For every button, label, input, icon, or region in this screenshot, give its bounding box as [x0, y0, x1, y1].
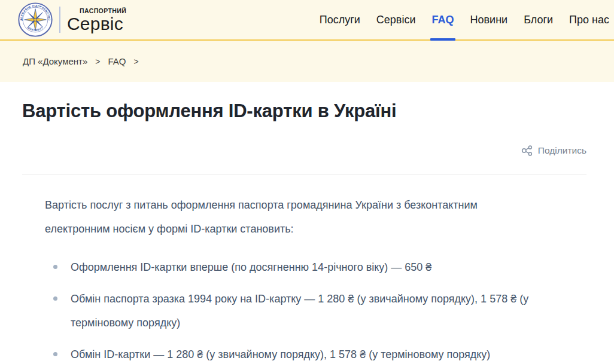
brand-name-bottom: Сервіс — [67, 14, 123, 34]
price-list-item: Обмін паспорта зразка 1994 року на ID-ка… — [22, 287, 546, 335]
main-content: Вартість оформлення ID-картки в Україні … — [0, 100, 614, 364]
nav-item-novyny[interactable]: Новини — [470, 0, 508, 39]
share-button[interactable]: Поділитись — [521, 145, 586, 157]
nav-item-pro-nas[interactable]: Про нас — [569, 0, 609, 39]
share-row: Поділитись — [22, 145, 586, 157]
price-list-item: Обмін ID-картки — 1 280 ₴ (у звичайному … — [22, 342, 546, 364]
brand-name: ПАСПОРТНИЙ Сервіс — [67, 5, 127, 34]
breadcrumb-item[interactable]: ДП «Документ» — [23, 56, 87, 66]
breadcrumb: ДП «Документ»>FAQ> — [0, 41, 614, 82]
page-title: Вартість оформлення ID-картки в Україні — [22, 100, 586, 122]
content-divider — [22, 175, 586, 175]
breadcrumb-separator: > — [134, 57, 139, 66]
nav-item-faq[interactable]: FAQ — [431, 0, 454, 39]
price-list: Оформлення ID-картки вперше (по досягнен… — [22, 255, 586, 364]
nav-item-poslugy[interactable]: Послуги — [320, 0, 360, 39]
breadcrumb-separator: > — [95, 57, 100, 66]
share-icon — [521, 145, 533, 157]
price-list-item: Оформлення ID-картки вперше (по досягнен… — [22, 255, 546, 279]
brand-emblem-icon: ДЕРЖАВНЕ ПІДПРИЄМСТВО ДОКУМЕНТ — [18, 2, 53, 37]
brand-logo[interactable]: ДЕРЖАВНЕ ПІДПРИЄМСТВО ДОКУМЕНТ ПАСПОРТНИ… — [18, 2, 127, 37]
breadcrumb-item[interactable]: FAQ — [108, 56, 126, 66]
main-nav: ПослугиСервісиFAQНовиниБлогиПро нас — [320, 0, 609, 39]
intro-paragraph: Вартість послуг з питань оформлення пасп… — [45, 193, 531, 241]
logo-separator — [59, 7, 60, 33]
nav-item-blogy[interactable]: Блоги — [524, 0, 553, 39]
share-label: Поділитись — [538, 145, 586, 156]
nav-item-servisy[interactable]: Сервіси — [376, 0, 416, 39]
site-header: ДЕРЖАВНЕ ПІДПРИЄМСТВО ДОКУМЕНТ ПАСПОРТНИ… — [0, 0, 614, 41]
